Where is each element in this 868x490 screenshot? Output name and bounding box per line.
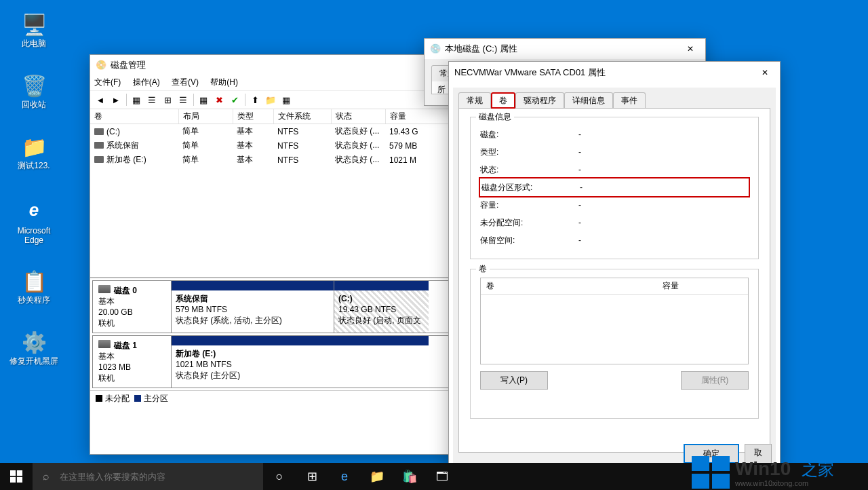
menu-file[interactable]: 文件(F) xyxy=(94,77,121,87)
tb-btn[interactable]: ▦ xyxy=(196,92,211,107)
properties-button: 属性(R) xyxy=(681,371,749,390)
close-icon[interactable]: ✕ xyxy=(681,41,700,56)
prop2-tabs: 常规 卷 驱动程序 详细信息 事件 xyxy=(458,92,770,109)
dm-title: 磁盘管理 xyxy=(111,59,146,71)
recycle-icon: 🗑️ xyxy=(22,73,46,98)
menu-help[interactable]: 帮助(H) xyxy=(210,77,238,87)
taskview-icon[interactable]: ⊞ xyxy=(296,463,328,490)
partition[interactable]: 新加卷 (E:)1021 MB NTFS状态良好 (主分区) xyxy=(171,336,429,388)
col-status[interactable]: 状态 xyxy=(331,109,385,124)
info-field: 保留空间:- xyxy=(480,231,749,249)
desktop-icon-edge[interactable]: eMicrosoft Edge xyxy=(9,195,58,245)
tab-volumes[interactable]: 卷 xyxy=(491,92,515,109)
desktop-icon-folder[interactable]: 📁测试123. xyxy=(9,134,58,170)
menu-view[interactable]: 查看(V) xyxy=(172,77,199,87)
disk-row: 磁盘 1基本1023 MB联机新加卷 (E:)1021 MB NTFS状态良好 … xyxy=(92,335,494,388)
device-properties-window: NECVMWar VMware SATA CD01 属性 ✕ 常规 卷 驱动程序… xyxy=(448,61,781,471)
edge-taskbar-icon[interactable]: e xyxy=(328,463,361,490)
partition[interactable]: (C:)19.43 GB NTFS状态良好 (启动, 页面文 xyxy=(334,281,429,333)
tb-back-icon[interactable]: ◄ xyxy=(93,92,108,107)
tb-check-icon[interactable]: ✔ xyxy=(227,92,242,107)
svg-rect-0 xyxy=(10,470,16,476)
dm-legend: 未分配 主分区 xyxy=(90,390,496,407)
info-field: 磁盘:- xyxy=(480,126,749,143)
tb-btn[interactable]: ▦ xyxy=(129,92,144,107)
tb-btn[interactable]: 📁 xyxy=(263,92,278,107)
info-field: 状态:- xyxy=(480,161,749,178)
prop2-tab-content: 磁盘信息 磁盘:-类型:-状态:-磁盘分区形式:-容量:-未分配空间:-保留空间… xyxy=(458,108,770,453)
start-button[interactable] xyxy=(0,463,33,490)
tb-btn[interactable]: ☰ xyxy=(176,92,191,107)
info-field: 磁盘分区形式:- xyxy=(479,177,750,197)
info-field: 类型:- xyxy=(480,143,749,161)
desktop-icon-app1[interactable]: 📋秒关程序 xyxy=(9,269,58,305)
cancel-button[interactable]: 取 xyxy=(745,444,772,464)
store-taskbar-icon[interactable]: 🛍️ xyxy=(393,463,426,490)
legend-swatch-primary xyxy=(134,395,141,402)
dm-disk-panel: 磁盘 0基本20.00 GB联机系统保留579 MB NTFS状态良好 (系统,… xyxy=(90,277,496,407)
volume-row[interactable]: 系统保留简单基本NTFS状态良好 (...579 MB xyxy=(90,138,496,153)
cortana-icon[interactable]: ○ xyxy=(263,463,296,490)
legend-swatch-unalloc xyxy=(96,395,102,402)
svg-rect-3 xyxy=(17,477,22,483)
app-taskbar-icon[interactable]: 🗔 xyxy=(426,463,458,490)
volume-row[interactable]: (C:)简单基本NTFS状态良好 (...19.43 G xyxy=(90,124,496,139)
info-field: 未分配空间:- xyxy=(480,214,749,231)
menu-action[interactable]: 操作(A) xyxy=(133,77,160,87)
dm-volume-list[interactable]: 卷 布局 类型 文件系统 状态 容量 (C:)简单基本NTFS状态良好 (...… xyxy=(90,109,496,277)
disk-management-window: 📀 磁盘管理 文件(F) 操作(A) 查看(V) 帮助(H) ◄ ► ▦ ☰ ⊞… xyxy=(90,54,496,455)
col-layout[interactable]: 布局 xyxy=(178,109,233,124)
taskbar: ⌕ ○ ⊞ e 📁 🛍️ 🗔 xyxy=(0,463,868,490)
search-icon: ⌕ xyxy=(33,470,60,483)
folder-icon: 📁 xyxy=(22,134,46,159)
group-diskinfo: 磁盘信息 磁盘:-类型:-状态:-磁盘分区形式:-容量:-未分配空间:-保留空间… xyxy=(470,117,759,259)
desktop-icon-app2[interactable]: ⚙️修复开机黑屏 xyxy=(9,330,58,366)
explorer-taskbar-icon[interactable]: 📁 xyxy=(361,463,393,490)
group-volumes: 卷 卷 容量 写入(P) 属性(R) xyxy=(470,269,759,419)
close-icon[interactable]: ✕ xyxy=(755,65,774,80)
svg-rect-1 xyxy=(17,470,22,476)
volumes-list[interactable]: 卷 容量 xyxy=(480,278,749,364)
tb-btn[interactable]: ☰ xyxy=(144,92,159,107)
col-type[interactable]: 类型 xyxy=(233,109,273,124)
ok-button[interactable]: 确定 xyxy=(684,444,739,464)
tb-btn[interactable]: ⊞ xyxy=(160,92,175,107)
taskbar-search[interactable]: ⌕ xyxy=(33,463,263,490)
desktop-icon-thispc[interactable]: 🖥️此电脑 xyxy=(9,12,58,48)
prop2-title: NECVMWar VMware SATA CD01 属性 xyxy=(454,67,606,79)
gear-icon: ⚙️ xyxy=(22,330,46,354)
edge-icon: e xyxy=(20,195,48,224)
drive-icon: 💿 xyxy=(430,43,441,54)
tab-driver[interactable]: 驱动程序 xyxy=(515,92,564,109)
tb-btn[interactable]: ⬆ xyxy=(248,92,262,107)
dm-app-icon: 📀 xyxy=(96,60,106,71)
prop2-titlebar[interactable]: NECVMWar VMware SATA CD01 属性 ✕ xyxy=(449,62,780,83)
svg-rect-2 xyxy=(10,477,16,483)
col-fs[interactable]: 文件系统 xyxy=(273,109,331,124)
partition[interactable]: 系统保留579 MB NTFS状态良好 (系统, 活动, 主分区) xyxy=(171,281,334,333)
windows-icon xyxy=(10,470,22,483)
info-field: 容量:- xyxy=(480,196,749,214)
group-diskinfo-title: 磁盘信息 xyxy=(476,111,514,123)
tb-fwd-icon[interactable]: ► xyxy=(108,92,123,107)
dialog-buttons: 确定 取 xyxy=(684,444,772,464)
tab-events[interactable]: 事件 xyxy=(613,92,646,109)
computer-icon: 🖥️ xyxy=(22,12,46,37)
col-volume[interactable]: 卷 xyxy=(90,109,178,124)
search-input[interactable] xyxy=(60,472,250,482)
desktop-icon-recycle[interactable]: 🗑️回收站 xyxy=(9,73,58,109)
vol-col-name[interactable]: 卷 xyxy=(481,278,657,294)
prop1-title: 本地磁盘 (C:) 属性 xyxy=(445,43,517,55)
write-button[interactable]: 写入(P) xyxy=(480,371,548,390)
app-icon: 📋 xyxy=(22,269,46,293)
prop1-titlebar[interactable]: 💿 本地磁盘 (C:) 属性 ✕ xyxy=(425,39,705,59)
tab-details[interactable]: 详细信息 xyxy=(564,92,613,109)
group-volumes-title: 卷 xyxy=(476,263,490,275)
tb-delete-icon[interactable]: ✖ xyxy=(212,92,226,107)
disk-row: 磁盘 0基本20.00 GB联机系统保留579 MB NTFS状态良好 (系统,… xyxy=(92,280,494,333)
vol-col-capacity[interactable]: 容量 xyxy=(657,278,684,294)
volume-row[interactable]: 新加卷 (E:)简单基本NTFS状态良好 (...1021 M xyxy=(90,153,496,167)
tab-general[interactable]: 常规 xyxy=(458,92,491,109)
tb-btn[interactable]: ▦ xyxy=(279,92,294,107)
